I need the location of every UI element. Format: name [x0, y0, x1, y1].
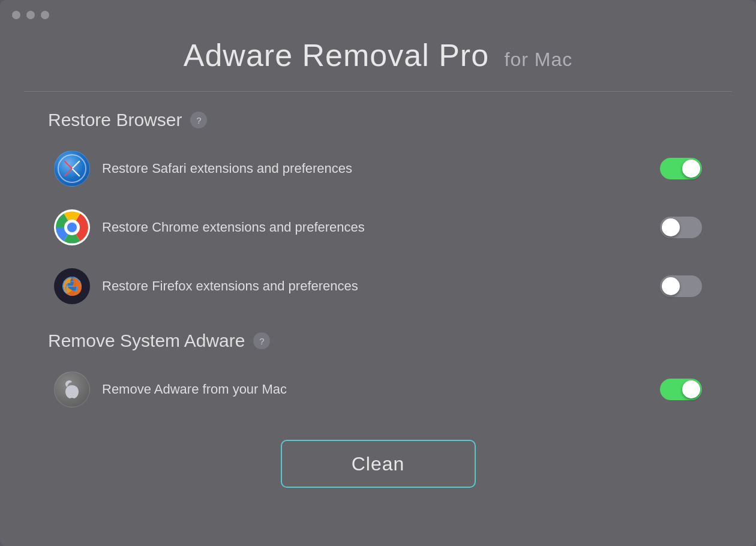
safari-toggle-thumb — [682, 160, 700, 178]
chrome-toggle-thumb — [662, 218, 680, 236]
chrome-toggle-track — [660, 217, 702, 238]
firefox-toggle-thumb — [662, 277, 680, 295]
restore-browser-help-icon[interactable]: ? — [190, 112, 207, 128]
safari-icon — [54, 151, 90, 187]
minimize-button[interactable] — [26, 11, 35, 19]
clean-button[interactable]: Clean — [281, 440, 476, 488]
apple-svg-icon — [61, 379, 83, 400]
mac-apple-icon — [54, 371, 90, 407]
chrome-label: Restore Chrome extensions and preference… — [102, 220, 648, 235]
titlebar — [0, 0, 756, 19]
app-header: Adware Removal Pro for Mac — [0, 19, 756, 85]
firefox-toggle[interactable] — [660, 275, 702, 297]
mac-label: Remove Adware from your Mac — [102, 382, 648, 397]
mac-toggle-track — [660, 379, 702, 400]
clean-button-wrapper: Clean — [48, 440, 708, 488]
chrome-row: Restore Chrome extensions and preference… — [48, 201, 708, 254]
app-title: Adware Removal Pro for Mac — [24, 37, 732, 73]
restore-browser-title: Restore Browser — [48, 110, 182, 130]
safari-toggle-track — [660, 158, 702, 179]
chrome-svg-icon — [56, 211, 88, 244]
remove-adware-section-header: Remove System Adware ? — [48, 331, 708, 351]
chrome-toggle[interactable] — [660, 217, 702, 238]
firefox-toggle-track — [660, 275, 702, 297]
firefox-icon — [54, 268, 90, 304]
app-title-main: Adware Removal Pro — [184, 38, 489, 73]
maximize-button[interactable] — [41, 11, 49, 19]
chrome-icon — [54, 209, 90, 245]
firefox-row: Restore Firefox extensions and preferenc… — [48, 260, 708, 313]
close-button[interactable] — [12, 11, 20, 19]
mac-toggle-thumb — [682, 380, 700, 398]
restore-browser-section-header: Restore Browser ? — [48, 110, 708, 130]
svg-point-3 — [67, 223, 77, 232]
firefox-label: Restore Firefox extensions and preferenc… — [102, 278, 648, 294]
mac-toggle[interactable] — [660, 379, 702, 400]
remove-adware-help-icon[interactable]: ? — [253, 332, 270, 349]
safari-toggle[interactable] — [660, 158, 702, 179]
main-content: Restore Browser ? Restore Safari extensi… — [0, 92, 756, 546]
mac-row: Remove Adware from your Mac — [48, 363, 708, 416]
firefox-svg-icon — [55, 269, 89, 303]
safari-row: Restore Safari extensions and preference… — [48, 142, 708, 195]
app-window: Adware Removal Pro for Mac Restore Brows… — [0, 0, 756, 546]
safari-label: Restore Safari extensions and preference… — [102, 161, 648, 176]
remove-adware-title: Remove System Adware — [48, 331, 245, 351]
app-title-suffix: for Mac — [505, 49, 573, 70]
